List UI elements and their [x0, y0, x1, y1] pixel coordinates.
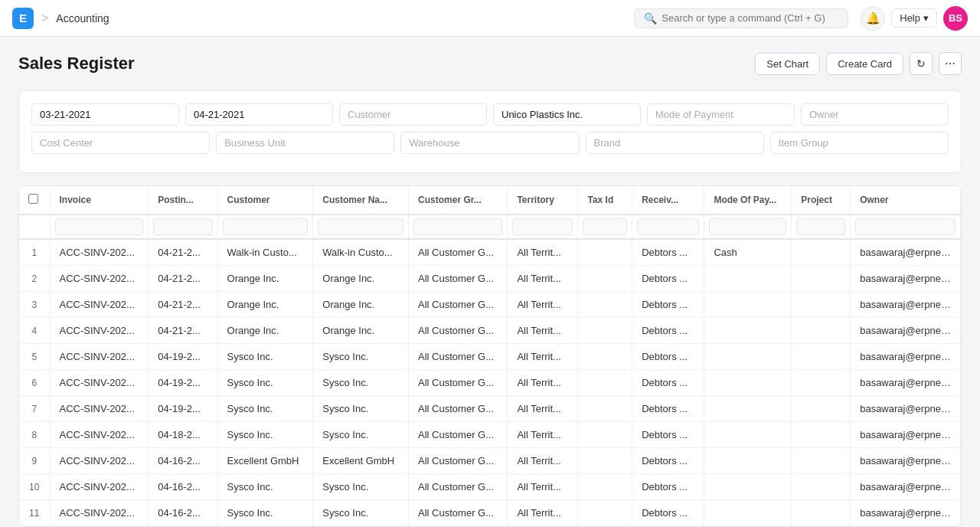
filter-from_date[interactable] — [31, 103, 179, 126]
cell-11: basawaraj@erpnext... — [851, 370, 961, 396]
cell-8: Debtors ... — [632, 474, 704, 500]
table-row[interactable]: 6ACC-SINV-202...04-19-2...Sysco Inc.Sysc… — [19, 370, 961, 396]
cell-3: Sysco Inc. — [217, 344, 313, 370]
col-header-7[interactable]: Receiv... — [632, 186, 704, 214]
row-number: 9 — [19, 448, 50, 474]
breadcrumb-module[interactable]: Accounting — [56, 12, 109, 25]
cell-1: ACC-SINV-202... — [50, 422, 149, 448]
cell-7 — [578, 344, 632, 370]
col-filter-9[interactable] — [796, 218, 845, 235]
col-header-2[interactable]: Customer — [217, 186, 313, 214]
help-button[interactable]: Help ▾ — [891, 8, 937, 28]
cell-3: Orange Inc. — [217, 318, 313, 344]
col-filter-2[interactable] — [223, 218, 309, 235]
table-row[interactable]: 5ACC-SINV-202...04-19-2...Sysco Inc.Sysc… — [19, 344, 961, 370]
col-filter-7[interactable] — [637, 218, 699, 235]
cell-3: Sysco Inc. — [217, 422, 313, 448]
cell-8: Debtors ... — [632, 344, 704, 370]
col-filter-6[interactable] — [583, 218, 627, 235]
col-header-8[interactable]: Mode Of Pay... — [704, 186, 792, 214]
cell-4: Orange Inc. — [313, 318, 409, 344]
set-chart-button[interactable]: Set Chart — [755, 53, 820, 75]
cell-1: ACC-SINV-202... — [50, 292, 149, 318]
cell-3: Walk-in Custo... — [217, 239, 313, 266]
col-filter-10[interactable] — [855, 218, 956, 235]
filter-brand[interactable] — [586, 132, 764, 154]
filter-customer_name[interactable] — [493, 103, 641, 126]
col-filter-1[interactable] — [153, 218, 212, 235]
col-header-1[interactable]: Postin... — [149, 186, 217, 214]
table-row[interactable]: 8ACC-SINV-202...04-18-2...Sysco Inc.Sysc… — [19, 422, 961, 448]
table-row[interactable]: 11ACC-SINV-202...04-16-2...Sysco Inc.Sys… — [19, 500, 961, 526]
cell-8: Debtors ... — [632, 266, 704, 292]
col-header-0[interactable]: Invoice — [50, 186, 149, 214]
search-input[interactable] — [662, 12, 838, 24]
cell-1: ACC-SINV-202... — [50, 370, 149, 396]
filter-customer[interactable] — [339, 103, 487, 126]
col-header-6[interactable]: Tax Id — [578, 186, 632, 214]
navbar-icons: 🔔 Help ▾ BS — [861, 6, 968, 31]
cell-5: All Customer G... — [409, 500, 508, 526]
cell-2: 04-18-2... — [149, 422, 217, 448]
app-logo[interactable]: E — [12, 8, 34, 29]
filter-to_date[interactable] — [185, 103, 333, 126]
col-filter-8[interactable] — [709, 218, 786, 235]
cell-6: All Territ... — [508, 500, 578, 526]
col-filter-0[interactable] — [55, 218, 144, 235]
col-header-10[interactable]: Owner — [851, 186, 961, 214]
filter-item_group[interactable] — [770, 132, 949, 154]
cell-3: Sysco Inc. — [217, 370, 313, 396]
cell-11: basawaraj@erpnext... — [851, 500, 961, 526]
cell-2: 04-16-2... — [149, 474, 217, 500]
search-bar[interactable]: 🔍 — [634, 8, 848, 28]
cell-2: 04-16-2... — [149, 500, 217, 526]
cell-5: All Customer G... — [409, 448, 508, 474]
cell-1: ACC-SINV-202... — [50, 396, 149, 422]
table-row[interactable]: 2ACC-SINV-202...04-21-2...Orange Inc.Ora… — [19, 266, 961, 292]
cell-7 — [578, 396, 632, 422]
cell-10 — [792, 474, 851, 500]
page-content: Sales Register Set Chart Create Card ↻ ⋯… — [0, 37, 980, 527]
cell-4: Sysco Inc. — [313, 396, 409, 422]
cell-10 — [792, 448, 851, 474]
col-header-9[interactable]: Project — [792, 186, 851, 214]
col-header-5[interactable]: Territory — [508, 186, 578, 214]
table-row[interactable]: 3ACC-SINV-202...04-21-2...Orange Inc.Ora… — [19, 292, 961, 318]
filter-business_unit[interactable] — [216, 132, 394, 154]
cell-2: 04-19-2... — [149, 370, 217, 396]
notifications-icon[interactable]: 🔔 — [861, 6, 885, 31]
create-card-button[interactable]: Create Card — [826, 53, 903, 75]
table-body: 1ACC-SINV-202...04-21-2...Walk-in Custo.… — [19, 239, 961, 526]
filters-row-2 — [31, 132, 949, 154]
avatar[interactable]: BS — [943, 6, 968, 31]
cell-9: Cash — [704, 239, 792, 266]
cell-6: All Territ... — [508, 266, 578, 292]
col-filter-3[interactable] — [318, 218, 403, 235]
cell-8: Debtors ... — [632, 292, 704, 318]
row-number: 10 — [19, 474, 50, 500]
cell-2: 04-19-2... — [149, 396, 217, 422]
col-filter-4[interactable] — [413, 218, 502, 235]
select-all-checkbox[interactable] — [28, 194, 38, 204]
cell-1: ACC-SINV-202... — [50, 474, 149, 500]
row-number: 3 — [19, 292, 50, 318]
cell-3: Sysco Inc. — [217, 396, 313, 422]
filter-warehouse[interactable] — [400, 132, 579, 154]
cell-10 — [792, 318, 851, 344]
table-row[interactable]: 4ACC-SINV-202...04-21-2...Orange Inc.Ora… — [19, 318, 961, 344]
col-filter-5[interactable] — [512, 218, 573, 235]
refresh-button[interactable]: ↻ — [910, 52, 933, 75]
filter-cost_center[interactable] — [31, 132, 210, 154]
table-row[interactable]: 10ACC-SINV-202...04-16-2...Sysco Inc.Sys… — [19, 474, 961, 500]
col-header-4[interactable]: Customer Gr... — [409, 186, 508, 214]
cell-2: 04-21-2... — [149, 266, 217, 292]
col-header-3[interactable]: Customer Na... — [313, 186, 409, 214]
table-row[interactable]: 9ACC-SINV-202...04-16-2...Excellent GmbH… — [19, 448, 961, 474]
filter-mode_of_payment[interactable] — [647, 103, 795, 126]
more-options-button[interactable]: ⋯ — [939, 52, 962, 75]
filter-owner[interactable] — [801, 103, 949, 126]
cell-5: All Customer G... — [409, 344, 508, 370]
table-row[interactable]: 7ACC-SINV-202...04-19-2...Sysco Inc.Sysc… — [19, 396, 961, 422]
table-row[interactable]: 1ACC-SINV-202...04-21-2...Walk-in Custo.… — [19, 239, 961, 266]
cell-8: Debtors ... — [632, 396, 704, 422]
